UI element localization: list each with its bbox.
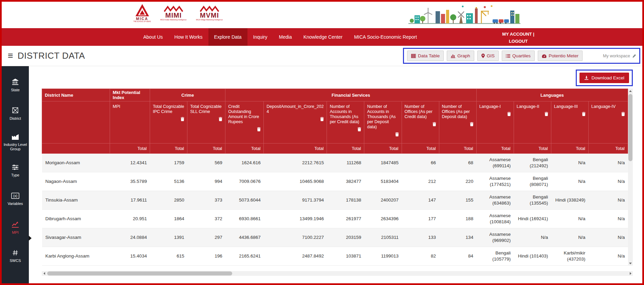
nav-item-explore-data[interactable]: Explore Data bbox=[208, 28, 247, 46]
pencil-icon[interactable] bbox=[632, 54, 636, 58]
column-total: Total bbox=[402, 144, 439, 154]
cell-value: N/a bbox=[551, 228, 588, 247]
vertical-scrollbar[interactable] bbox=[628, 89, 633, 266]
column-header: Language-I bbox=[476, 101, 514, 144]
cell-value: 1847485 bbox=[364, 154, 402, 172]
column-total: Total bbox=[327, 144, 364, 154]
cell-value: N/a bbox=[588, 191, 628, 210]
cell-value: 155 bbox=[439, 191, 476, 210]
sidebar-item-district[interactable]: District bbox=[2, 99, 29, 128]
cell-value: Assamese (1774521) bbox=[476, 172, 514, 191]
sidebar-item-type[interactable]: Type bbox=[2, 156, 29, 185]
column-total: Total bbox=[588, 144, 628, 154]
column-header: MPI bbox=[110, 101, 150, 144]
cell-value: 68 bbox=[439, 154, 476, 172]
delete-column-icon[interactable] bbox=[257, 127, 261, 131]
delete-column-icon[interactable] bbox=[395, 132, 399, 136]
nav-item-knowledge-center[interactable]: Knowledge Center bbox=[298, 28, 348, 46]
delete-column-icon[interactable] bbox=[621, 112, 625, 116]
my-workspace-link[interactable]: My workspace bbox=[603, 54, 636, 58]
cell-value: N/a bbox=[588, 210, 628, 228]
potentio-meter-button[interactable]: Potentio Meter bbox=[538, 51, 583, 61]
nav-item-about-us[interactable]: About Us bbox=[137, 28, 169, 46]
delete-column-icon[interactable] bbox=[507, 112, 511, 116]
page-title: DISTRICT DATA bbox=[18, 51, 85, 61]
cell-value: 2105311 bbox=[364, 228, 402, 247]
scroll-up-arrow[interactable] bbox=[628, 89, 633, 93]
delete-column-icon[interactable] bbox=[582, 112, 586, 116]
menu-toggle-icon[interactable]: ≡ bbox=[8, 51, 13, 60]
cell-district-name: Sivasagar-Assam bbox=[42, 228, 110, 247]
cell-value: 994 bbox=[187, 172, 225, 191]
cell-value: 2487.8492 bbox=[264, 247, 327, 266]
delete-column-icon[interactable] bbox=[433, 122, 436, 126]
cell-value: 6930.8661 bbox=[225, 210, 264, 228]
nav-item-media[interactable]: Media bbox=[273, 28, 298, 46]
my-account-link[interactable]: MY ACCOUNT | bbox=[502, 31, 534, 38]
cell-value: Bengali (808071) bbox=[514, 172, 551, 191]
sidebar-item-variables[interactable]: (x) Variables bbox=[2, 185, 29, 213]
cell-value: 178138 bbox=[327, 191, 364, 210]
download-excel-label: Download Excel bbox=[591, 75, 624, 80]
logout-link[interactable]: LOGOUT bbox=[502, 38, 534, 45]
sidebar-item-industry-level-group[interactable]: Industry Level Group bbox=[2, 128, 29, 156]
nav-item-how-it-works[interactable]: How It Works bbox=[169, 28, 208, 46]
delete-column-icon[interactable] bbox=[470, 122, 474, 126]
nav-item-inquiry[interactable]: Inquiry bbox=[247, 28, 273, 46]
column-header: Credit Outstanding Amount in Crore Rupee… bbox=[225, 101, 264, 144]
table-header-row: MPITotal Cognizable IPC CrimeTotal Cogni… bbox=[42, 101, 628, 144]
column-header: Total Cognizable IPC Crime bbox=[150, 101, 187, 144]
scroll-right-arrow[interactable] bbox=[628, 271, 633, 276]
cell-value: 111268 bbox=[327, 154, 364, 172]
gis-button[interactable]: GIS bbox=[477, 51, 499, 61]
column-total: Total bbox=[364, 144, 402, 154]
graph-button[interactable]: Graph bbox=[447, 51, 474, 61]
download-icon bbox=[584, 76, 589, 80]
delete-column-icon[interactable] bbox=[545, 112, 548, 116]
total-row-spacer bbox=[42, 144, 110, 154]
column-total: Total bbox=[225, 144, 264, 154]
data-table-button[interactable]: Data Table bbox=[407, 51, 444, 61]
column-total: Total bbox=[264, 144, 327, 154]
logo-row: MICA THE SCHOOL OF IDEAS MIMI MICA India… bbox=[133, 4, 223, 22]
cityscape-illustration bbox=[408, 4, 520, 27]
scroll-left-arrow[interactable] bbox=[42, 271, 47, 276]
column-group-crime: Crime bbox=[150, 89, 225, 101]
column-total: Total bbox=[476, 144, 514, 154]
column-header: Number of Accounts in Thousands (As per … bbox=[364, 101, 402, 144]
quartiles-button[interactable]: Quartiles bbox=[502, 51, 535, 61]
vertical-scroll-thumb[interactable] bbox=[628, 94, 632, 161]
cell-value: 2212.7615 bbox=[264, 154, 327, 172]
cell-value: 382477 bbox=[327, 172, 364, 191]
sidebar-item-label: SWCS bbox=[8, 259, 22, 263]
cell-value: 82 bbox=[402, 247, 439, 266]
delete-column-icon[interactable] bbox=[320, 117, 324, 121]
mimi-logo-tagline: MICA Indian Marketing Intelligence bbox=[160, 19, 186, 21]
column-total: Total bbox=[150, 144, 187, 154]
sidebar-item-mpi[interactable]: MPI bbox=[2, 213, 29, 242]
map-marker-icon bbox=[481, 54, 485, 58]
cell-value: 177 bbox=[402, 210, 439, 228]
sidebar-item-state[interactable]: State bbox=[2, 71, 29, 99]
sidebar-item-swcs[interactable]: SWCS bbox=[2, 242, 29, 270]
sidebar-expand-arrow[interactable] bbox=[29, 236, 32, 241]
cell-value: 103871 bbox=[327, 247, 364, 266]
nav-item-socio-economic-report[interactable]: MICA Socio-Economic Report bbox=[348, 28, 423, 46]
delete-column-icon[interactable] bbox=[181, 117, 184, 121]
cell-value: Hindi (169241) bbox=[514, 210, 551, 228]
column-group-financial-services: Financial Services bbox=[225, 89, 476, 101]
delete-column-icon[interactable] bbox=[219, 117, 222, 121]
download-excel-button[interactable]: Download Excel bbox=[579, 73, 629, 83]
horizontal-scrollbar[interactable] bbox=[42, 271, 633, 276]
cell-value: 2850 bbox=[150, 191, 187, 210]
cell-value: 147 bbox=[402, 191, 439, 210]
mica-triangle-icon bbox=[135, 4, 150, 17]
delete-column-icon[interactable] bbox=[357, 127, 361, 131]
horizontal-scroll-thumb[interactable] bbox=[47, 271, 232, 276]
data-table-label: Data Table bbox=[418, 53, 440, 58]
scroll-down-arrow[interactable] bbox=[628, 261, 633, 266]
column-group-languages: Languages bbox=[476, 89, 628, 101]
graph-icon bbox=[451, 54, 455, 58]
table-total-row: TotalTotalTotalTotalTotalTotalTotalTotal… bbox=[42, 144, 628, 154]
graph-label: Graph bbox=[457, 53, 470, 58]
